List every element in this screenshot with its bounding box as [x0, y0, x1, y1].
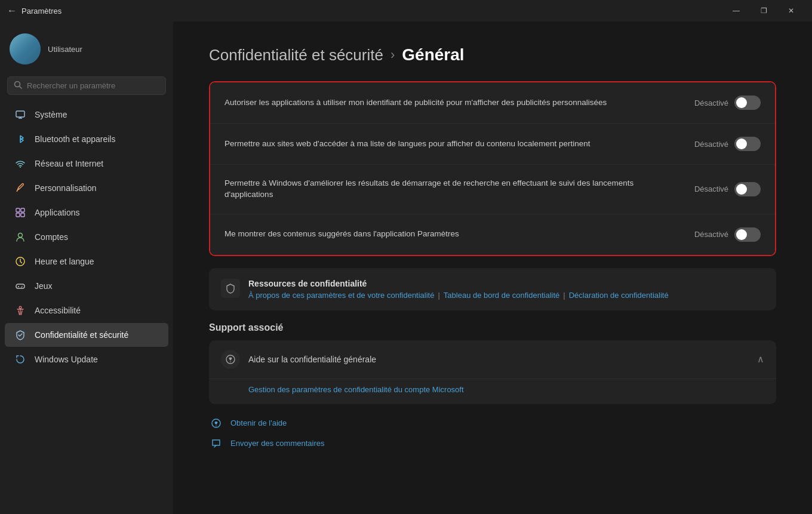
privacy-link-dashboard[interactable]: Tableau de bord de confidentialité: [444, 291, 559, 300]
sidebar-item-confidentialite[interactable]: Confidentialité et sécurité: [5, 323, 168, 347]
sidebar-item-reseau[interactable]: Réseau et Internet: [5, 152, 168, 176]
privacy-link-declaration[interactable]: Déclaration de confidentialité: [569, 291, 669, 300]
shield-icon: [14, 329, 26, 341]
breadcrumb-sep: ›: [390, 47, 395, 63]
setting-control: Désactivé: [694, 227, 761, 242]
support-title: Support associé: [209, 322, 776, 333]
sidebar-item-accessibilite[interactable]: Accessibilité: [5, 298, 168, 322]
svg-rect-12: [16, 284, 24, 288]
sidebar-item-heure[interactable]: Heure et langue: [5, 250, 168, 273]
sidebar-item-label: Windows Update: [35, 355, 98, 364]
titlebar-title: Paramètres: [21, 7, 61, 16]
bottom-link-obtenir-aide[interactable]: Obtenir de l'aide: [209, 416, 776, 430]
setting-row-pub-id: Autoriser les applications à utiliser mo…: [210, 82, 775, 124]
apps-icon: [14, 207, 26, 218]
titlebar-left: ← Paramètres: [7, 5, 61, 16]
setting-row-suggested-content: Me montrer des contenus suggérés dans l'…: [210, 214, 775, 255]
toggle-suggested-content[interactable]: [734, 227, 761, 242]
back-button[interactable]: ←: [7, 5, 17, 16]
setting-status: Désactivé: [694, 140, 728, 149]
person-icon: [14, 231, 26, 243]
svg-rect-2: [16, 111, 24, 117]
sidebar-item-label: Accessibilité: [35, 306, 81, 315]
avatar: [10, 33, 41, 64]
svg-point-19: [230, 361, 231, 362]
sidebar-item-personnalisation[interactable]: Personnalisation: [5, 176, 168, 200]
setting-control: Désactivé: [694, 96, 761, 110]
sidebar-item-applications[interactable]: Applications: [5, 201, 168, 224]
setting-row-launch-tracking: Permettre à Windows d'améliorer les résu…: [210, 165, 775, 214]
nav-list: Système Bluetooth et appareils Réseau et…: [0, 102, 173, 372]
breadcrumb-current: Général: [402, 45, 464, 64]
svg-rect-8: [16, 213, 20, 217]
bottom-link-label: Obtenir de l'aide: [230, 418, 287, 427]
search-box[interactable]: [7, 76, 166, 95]
sidebar-item-label: Système: [35, 110, 67, 119]
support-sub-link[interactable]: Gestion des paramètres de confidentialit…: [248, 385, 464, 394]
sidebar-item-windows-update[interactable]: Windows Update: [5, 347, 168, 371]
sidebar-item-comptes[interactable]: Comptes: [5, 225, 168, 249]
privacy-content: Ressources de confidentialité À propos d…: [248, 279, 669, 300]
setting-row-lang-list: Permettre aux sites web d'accéder à ma l…: [210, 124, 775, 165]
toggle-launch-tracking[interactable]: [734, 182, 761, 196]
sidebar-item-label: Réseau et Internet: [35, 159, 103, 168]
svg-line-1: [20, 87, 22, 89]
bluetooth-icon: [14, 133, 26, 145]
search-icon: [14, 81, 22, 91]
setting-label: Me montrer des contenus suggérés dans l'…: [224, 229, 670, 240]
chevron-up-icon: ∧: [757, 353, 764, 365]
svg-rect-9: [21, 213, 24, 217]
privacy-icon: [221, 279, 240, 298]
privacy-link-about[interactable]: À propos de ces paramètres et de votre c…: [248, 291, 434, 300]
setting-status: Désactivé: [694, 230, 728, 239]
sidebar-item-jeux[interactable]: Jeux: [5, 274, 168, 298]
setting-label: Permettre à Windows d'améliorer les résu…: [224, 178, 670, 201]
svg-point-16: [21, 287, 22, 288]
monitor-icon: [14, 109, 26, 121]
search-input[interactable]: [27, 81, 159, 90]
support-body: Gestion des paramètres de confidentialit…: [209, 378, 776, 404]
sidebar-item-label: Confidentialité et sécurité: [35, 330, 128, 340]
toggle-pub-id[interactable]: [734, 96, 761, 110]
bottom-link-envoyer-commentaires[interactable]: Envoyer des commentaires: [209, 436, 776, 451]
toggle-lang-list[interactable]: [734, 137, 761, 151]
bottom-links: Obtenir de l'aide Envoyer des commentair…: [209, 416, 776, 451]
svg-rect-6: [16, 208, 20, 212]
sidebar-item-label: Heure et langue: [35, 257, 94, 266]
settings-card: Autoriser les applications à utiliser mo…: [209, 81, 776, 256]
content-area: Confidentialité et sécurité › Général Au…: [173, 21, 812, 514]
bottom-link-label: Envoyer des commentaires: [230, 439, 325, 448]
app-body: Utilisateur Système Bluetooth et apparei…: [0, 21, 812, 514]
user-name: Utilisateur: [48, 45, 82, 54]
support-header-left: Aide sur la confidentialité générale: [221, 350, 376, 369]
svg-point-15: [21, 286, 23, 287]
gamepad-icon: [14, 280, 26, 292]
sidebar-item-systeme[interactable]: Système: [5, 103, 168, 127]
svg-point-10: [19, 233, 23, 238]
close-button[interactable]: ✕: [777, 0, 805, 21]
privacy-link-sep: |: [438, 291, 439, 300]
sidebar-item-label: Bluetooth et appareils: [35, 134, 115, 144]
setting-status: Désactivé: [694, 184, 728, 193]
help-icon: [209, 416, 223, 430]
sidebar-item-label: Jeux: [35, 281, 53, 291]
minimize-button[interactable]: —: [722, 0, 750, 21]
support-icon: [221, 350, 240, 369]
setting-label: Autoriser les applications à utiliser mo…: [224, 97, 670, 109]
user-section: Utilisateur: [0, 21, 173, 74]
titlebar: ← Paramètres — ❐ ✕: [0, 0, 812, 21]
clock-icon: [14, 256, 26, 267]
breadcrumb-parent: Confidentialité et sécurité: [209, 46, 383, 64]
sidebar-item-bluetooth[interactable]: Bluetooth et appareils: [5, 127, 168, 151]
privacy-resources-section: Ressources de confidentialité À propos d…: [209, 268, 776, 310]
privacy-resources-title: Ressources de confidentialité: [248, 279, 669, 288]
privacy-link-sep: |: [563, 291, 565, 300]
feedback-icon: [209, 436, 223, 451]
svg-point-17: [19, 306, 21, 309]
setting-label: Permettre aux sites web d'accéder à ma l…: [224, 138, 670, 150]
setting-status: Désactivé: [694, 99, 728, 107]
sidebar-item-label: Personnalisation: [35, 183, 97, 193]
support-header[interactable]: Aide sur la confidentialité générale ∧: [209, 340, 776, 378]
setting-control: Désactivé: [694, 182, 761, 196]
maximize-button[interactable]: ❐: [750, 0, 777, 21]
